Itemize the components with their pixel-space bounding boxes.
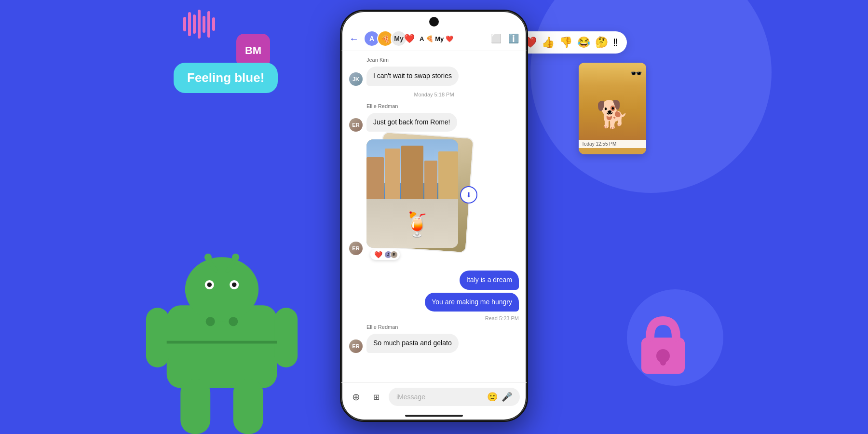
svg-point-9 <box>232 254 239 261</box>
svg-point-4 <box>207 283 212 287</box>
chat-header: ← A 🍕 My ❤️ A 🍕 My ❤️ ⬜ ℹ️ <box>341 27 527 51</box>
android-robot-decoration <box>145 241 299 434</box>
svg-point-5 <box>232 283 237 287</box>
back-button[interactable]: ← <box>349 33 359 44</box>
sender-name-jean: Jean Kim <box>349 57 519 63</box>
video-call-icon[interactable]: ⬜ <box>491 33 502 44</box>
svg-rect-12 <box>180 379 210 434</box>
chat-messages: Jean Kim JK I can't wait to swap stories… <box>341 51 527 382</box>
add-button[interactable]: ⊕ <box>348 389 364 405</box>
jean-avatar: JK <box>349 72 363 86</box>
dog-photo-timestamp: Today 12:55 PM <box>579 140 646 148</box>
phone-camera <box>429 17 439 27</box>
message-row-hungry: You are making me hungry <box>349 293 519 312</box>
svg-point-1 <box>185 257 258 321</box>
bubble-cant-wait: I can't wait to swap stories <box>366 67 459 86</box>
bubble-rome: Just got back from Rome! <box>366 113 457 132</box>
input-right-icons: 🙂 🎤 <box>487 392 512 402</box>
svg-point-15 <box>206 317 215 326</box>
heart-reaction: ❤️ <box>374 251 382 258</box>
svg-rect-10 <box>146 308 169 367</box>
ellie-avatar-2: ER <box>349 339 363 353</box>
photo-stack: 🍹 ⬇ ❤️ J E <box>366 135 463 255</box>
header-avatars: A 🍕 My ❤️ <box>364 30 415 47</box>
reaction-exclaim[interactable]: ‼️ <box>613 36 618 49</box>
feeling-blue-bubble: Feeling blue! <box>174 63 278 93</box>
dog-photo-image: 🐕 🕶️ <box>579 63 646 140</box>
bubble-hungry: You are making me hungry <box>425 293 519 312</box>
chat-input-bar: ⊕ ⊞ iMessage 🙂 🎤 <box>341 382 527 411</box>
message-row-rome: ER Just got back from Rome! <box>349 113 519 132</box>
reaction-thinking[interactable]: 🤔 <box>595 36 608 49</box>
message-row-photo: ER <box>349 135 519 255</box>
emoji-reaction-bar[interactable]: ❤️ 👍 👎 😂 🤔 ‼️ <box>515 31 627 54</box>
svg-rect-11 <box>275 308 298 367</box>
ellie-avatar-1: ER <box>349 118 363 132</box>
info-icon[interactable]: ℹ️ <box>508 33 519 44</box>
svg-point-8 <box>204 254 212 261</box>
message-row-italy: Italy is a dream <box>349 271 519 290</box>
svg-rect-13 <box>233 379 263 434</box>
sender-name-ellie-2: Ellie Redman <box>349 324 519 330</box>
ellie-avatar-photo: ER <box>349 242 363 255</box>
reaction-avatars: J E <box>384 251 396 258</box>
input-placeholder: iMessage <box>396 393 425 401</box>
dog-photo-card: 🐕 🕶️ Today 12:55 PM <box>579 63 646 154</box>
bubble-pasta: So much pasta and gelato <box>366 334 459 353</box>
message-input[interactable]: iMessage 🙂 🎤 <box>389 388 520 406</box>
timestamp-monday: Monday 5:18 PM <box>349 92 519 97</box>
bg-circle-large <box>530 0 772 193</box>
phone-frame: ← A 🍕 My ❤️ A 🍕 My ❤️ ⬜ ℹ️ Jean Kim JK I… <box>340 10 528 422</box>
home-bar-line <box>405 415 463 417</box>
download-button[interactable]: ⬇ <box>460 186 477 203</box>
camera-button[interactable]: ⊞ <box>368 389 384 405</box>
photo-reactions: ❤️ J E <box>370 249 400 260</box>
photo-image: 🍹 <box>366 139 458 248</box>
chat-title: A 🍕 My ❤️ <box>420 35 486 42</box>
sender-name-ellie-1: Ellie Redman <box>349 103 519 109</box>
home-bar <box>341 411 527 420</box>
bubble-italy: Italy is a dream <box>460 271 519 290</box>
svg-point-16 <box>229 317 238 326</box>
sound-wave-decoration <box>183 10 215 39</box>
reaction-laugh[interactable]: 😂 <box>577 36 590 49</box>
read-status: Read 5:23 PM <box>349 315 519 321</box>
reaction-thumbsdown[interactable]: 👎 <box>559 36 572 49</box>
avatar-heart: ❤️ <box>404 33 415 44</box>
svg-rect-19 <box>660 356 666 366</box>
photo-front: 🍹 <box>366 139 458 248</box>
pink-lock-decoration <box>637 313 690 376</box>
voice-button[interactable]: 🎤 <box>502 392 512 402</box>
photo-message: 🍹 ⬇ ❤️ J E <box>366 135 463 255</box>
reaction-thumbsup[interactable]: 👍 <box>542 36 555 49</box>
header-action-icons: ⬜ ℹ️ <box>491 33 519 44</box>
message-row-pasta: ER So much pasta and gelato <box>349 334 519 353</box>
message-row-1: JK I can't wait to swap stories <box>349 67 519 86</box>
emoji-button[interactable]: 🙂 <box>487 392 498 402</box>
